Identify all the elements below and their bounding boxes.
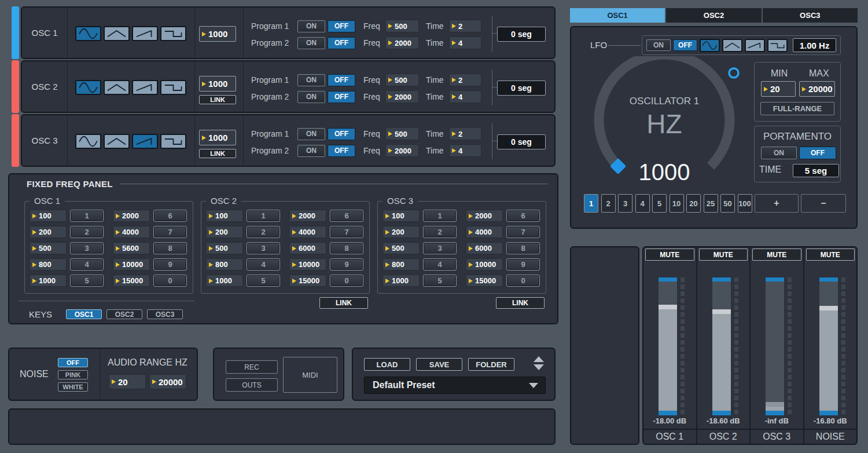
key-button[interactable]: 2 — [423, 226, 457, 238]
program-off-button[interactable]: OFF — [328, 20, 355, 32]
program-time-field[interactable]: 4 — [449, 36, 481, 49]
outs-button[interactable]: OUTS — [226, 378, 278, 392]
fixed-freq-field[interactable]: 500 — [30, 242, 67, 254]
noise-pink-button[interactable]: PINK — [58, 370, 88, 379]
key-button[interactable]: 5 — [423, 275, 457, 287]
audio-range-min-field[interactable]: 20 — [109, 374, 146, 389]
fader-handle[interactable] — [659, 305, 677, 309]
mute-button[interactable]: MUTE — [645, 249, 694, 261]
program-off-button[interactable]: OFF — [328, 128, 355, 140]
fixed-freq-field[interactable]: 10000 — [289, 258, 326, 271]
fixed-freq-field[interactable]: 1000 — [30, 275, 67, 287]
key-button[interactable]: 5 — [247, 275, 280, 287]
lfo-off-button[interactable]: OFF — [673, 39, 697, 51]
fixed-freq-field[interactable]: 800 — [206, 258, 243, 271]
volume-fader[interactable] — [712, 277, 731, 415]
lfo-saw-wave-button[interactable] — [745, 39, 765, 52]
step-50-button[interactable]: 50 — [720, 194, 735, 213]
key-button[interactable]: 0 — [330, 275, 363, 287]
osc-freq-field[interactable]: 1000 — [199, 76, 236, 92]
key-button[interactable]: 1 — [423, 210, 457, 222]
fixed-freq-link-button[interactable]: LINK — [319, 297, 368, 309]
fixed-freq-field[interactable]: 15000 — [466, 275, 503, 287]
fixed-freq-field[interactable]: 10000 — [466, 258, 503, 271]
fader-handle[interactable] — [712, 309, 731, 314]
program-freq-field[interactable]: 2000 — [385, 36, 419, 49]
fixed-freq-field[interactable]: 4000 — [113, 226, 150, 238]
key-button[interactable]: 8 — [153, 242, 187, 254]
program-freq-field[interactable]: 2000 — [385, 144, 419, 157]
program-time-field[interactable]: 4 — [449, 144, 481, 157]
volume-fader[interactable] — [766, 277, 784, 415]
max-field[interactable]: 20000 — [799, 81, 835, 97]
fixed-freq-field[interactable]: 500 — [382, 242, 420, 254]
program-time-field[interactable]: 2 — [449, 20, 481, 32]
key-button[interactable]: 4 — [247, 258, 280, 271]
program-on-button[interactable]: ON — [297, 91, 325, 103]
key-button[interactable]: 4 — [70, 258, 104, 271]
osc-freq-field[interactable]: 1000 — [199, 26, 236, 42]
increment-button[interactable]: + — [755, 194, 799, 213]
fixed-freq-field[interactable]: 100 — [30, 210, 67, 222]
key-button[interactable]: 4 — [423, 258, 457, 271]
program-time-field[interactable]: 2 — [449, 74, 481, 86]
osc-link-button[interactable]: LINK — [199, 149, 236, 158]
program-freq-field[interactable]: 2000 — [385, 90, 419, 103]
rec-button[interactable]: REC — [226, 360, 278, 374]
key-button[interactable]: 7 — [506, 226, 540, 238]
step-10-button[interactable]: 10 — [670, 194, 684, 213]
triangle-wave-button[interactable] — [104, 80, 130, 95]
step-20-button[interactable]: 20 — [686, 194, 701, 213]
mute-button[interactable]: MUTE — [699, 249, 748, 261]
step-3-button[interactable]: 3 — [618, 194, 632, 213]
lfo-sine-wave-button[interactable] — [700, 39, 720, 52]
fader-handle[interactable] — [819, 306, 838, 310]
preset-stepper[interactable] — [534, 356, 544, 370]
mute-button[interactable]: MUTE — [806, 249, 855, 261]
tab-osc3[interactable]: OSC3 — [763, 8, 858, 23]
fixed-freq-field[interactable]: 800 — [382, 258, 420, 271]
triangle-wave-button[interactable] — [104, 134, 130, 149]
program-on-button[interactable]: ON — [297, 37, 325, 49]
tab-osc1[interactable]: OSC1 — [570, 8, 665, 23]
step-100-button[interactable]: 100 — [738, 194, 752, 213]
stepper-up-icon[interactable] — [534, 356, 544, 362]
program-time-field[interactable]: 2 — [449, 127, 481, 140]
fixed-freq-field[interactable]: 1000 — [206, 275, 243, 287]
fixed-freq-link-button[interactable]: LINK — [496, 297, 545, 309]
key-button[interactable]: 1 — [247, 210, 280, 222]
noise-off-button[interactable]: OFF — [58, 358, 88, 367]
save-button[interactable]: SAVE — [416, 358, 462, 371]
program-freq-field[interactable]: 500 — [385, 74, 419, 86]
osc-link-button[interactable]: LINK — [199, 95, 236, 104]
fixed-freq-field[interactable]: 200 — [30, 226, 67, 238]
program-time-field[interactable]: 4 — [449, 90, 481, 103]
folder-button[interactable]: FOLDER — [468, 358, 514, 371]
min-field[interactable]: 20 — [761, 81, 796, 97]
portamento-off-button[interactable]: OFF — [799, 147, 836, 159]
volume-fader[interactable] — [659, 277, 677, 415]
fixed-freq-field[interactable]: 100 — [206, 210, 243, 222]
key-button[interactable]: 2 — [70, 226, 104, 238]
key-button[interactable]: 7 — [153, 226, 187, 238]
key-button[interactable]: 0 — [153, 275, 187, 287]
key-button[interactable]: 6 — [506, 210, 540, 222]
sine-wave-button[interactable] — [75, 26, 101, 41]
lfo-rate-display[interactable]: 1.00 Hz — [793, 38, 836, 52]
fixed-freq-field[interactable]: 100 — [382, 210, 420, 222]
key-button[interactable]: 8 — [330, 242, 363, 254]
noise-white-button[interactable]: WHITE — [58, 382, 88, 392]
fixed-freq-field[interactable]: 4000 — [289, 226, 326, 238]
key-button[interactable]: 9 — [330, 258, 363, 271]
fixed-freq-field[interactable]: 2000 — [466, 210, 503, 222]
key-button[interactable]: 3 — [423, 242, 457, 254]
fixed-freq-field[interactable]: 800 — [30, 258, 67, 271]
step-4-button[interactable]: 4 — [635, 194, 650, 213]
decrement-button[interactable]: − — [801, 194, 846, 213]
program-off-button[interactable]: OFF — [328, 145, 355, 157]
fixed-freq-field[interactable]: 15000 — [113, 275, 150, 287]
keys-osc2-button[interactable]: OSC2 — [106, 309, 142, 319]
key-button[interactable]: 9 — [506, 258, 540, 271]
midi-button[interactable]: MIDI — [283, 357, 337, 393]
program-on-button[interactable]: ON — [297, 20, 325, 32]
